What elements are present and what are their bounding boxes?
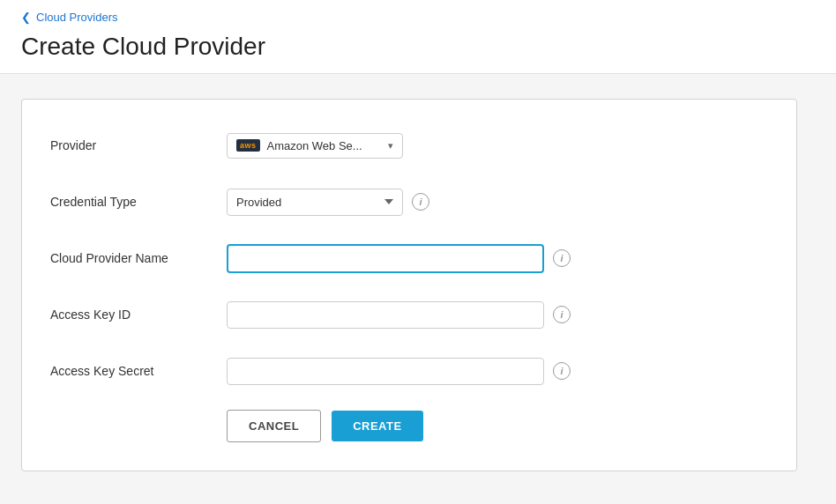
provider-label: Provider [50, 138, 227, 152]
access-key-secret-label: Access Key Secret [50, 364, 227, 378]
cloud-provider-name-row: Cloud Provider Name i [50, 241, 768, 276]
credential-type-label: Credential Type [50, 195, 227, 209]
access-key-id-label: Access Key ID [50, 308, 227, 322]
page-title: Create Cloud Provider [21, 33, 815, 73]
cloud-provider-name-input[interactable] [227, 244, 544, 273]
form-card: Provider aws Amazon Web Se... ▾ Credenti… [21, 99, 797, 471]
chevron-left-icon: ❮ [21, 11, 31, 24]
breadcrumb-label: Cloud Providers [36, 11, 118, 24]
access-key-id-info-icon: i [553, 306, 571, 323]
provider-row: Provider aws Amazon Web Se... ▾ [50, 128, 768, 163]
breadcrumb[interactable]: ❮ Cloud Providers [21, 11, 815, 24]
access-key-secret-input[interactable] [227, 358, 544, 385]
provider-value: Amazon Web Se... [267, 139, 362, 152]
create-button[interactable]: CREATE [332, 411, 422, 441]
aws-logo: aws [236, 139, 260, 152]
access-key-secret-info-icon: i [553, 362, 571, 380]
provider-dropdown-arrow-icon: ▾ [388, 140, 393, 152]
cancel-button[interactable]: CANCEL [227, 410, 321, 442]
access-key-id-input[interactable] [227, 301, 544, 329]
credential-type-info-icon: i [412, 193, 429, 211]
cloud-provider-name-info-icon: i [553, 249, 571, 267]
credential-type-select[interactable]: Provided [227, 189, 403, 216]
access-key-id-row: Access Key ID i [50, 297, 768, 332]
provider-select[interactable]: aws Amazon Web Se... ▾ [227, 133, 403, 159]
button-row: CANCEL CREATE [50, 410, 768, 442]
credential-type-row: Credential Type Provided i [50, 184, 768, 219]
cloud-provider-name-label: Cloud Provider Name [50, 251, 227, 265]
access-key-secret-row: Access Key Secret i [50, 353, 768, 389]
